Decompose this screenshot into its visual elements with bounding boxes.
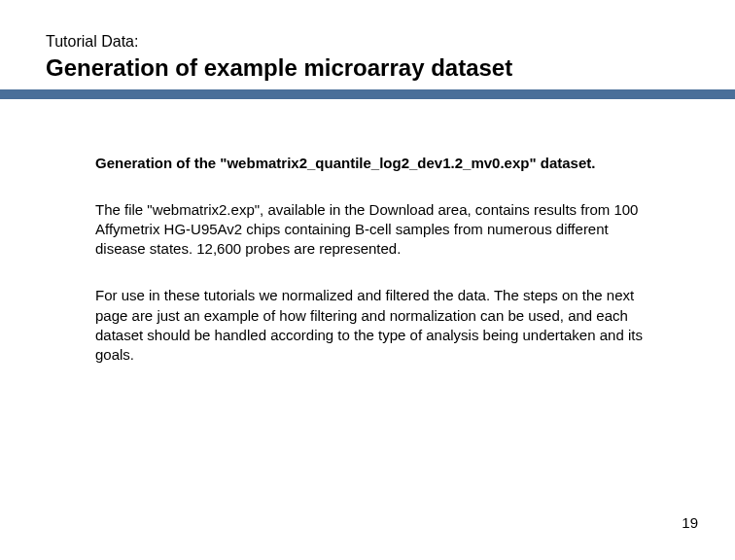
- body-paragraph-1: The file "webmatrix2.exp", available in …: [95, 200, 659, 260]
- title-rule: [0, 89, 735, 99]
- slide-body: Generation of the "webmatrix2_quantile_l…: [95, 154, 659, 365]
- body-paragraph-2: For use in these tutorials we normalized…: [95, 286, 659, 365]
- slide-pretitle: Tutorial Data:: [46, 33, 138, 51]
- slide-title: Generation of example microarray dataset: [46, 54, 512, 82]
- page-number: 19: [682, 514, 698, 531]
- slide: Tutorial Data: Generation of example mic…: [0, 0, 735, 560]
- body-subheading: Generation of the "webmatrix2_quantile_l…: [95, 154, 659, 173]
